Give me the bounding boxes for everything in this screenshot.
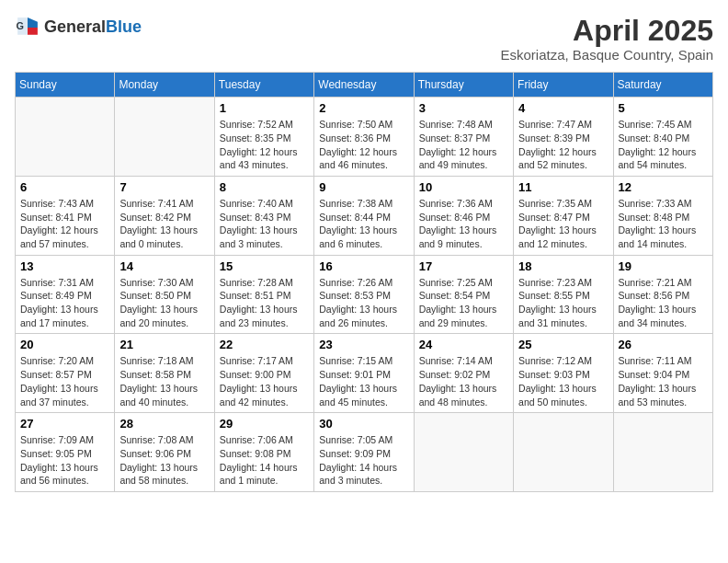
cell-info-text: Sunrise: 7:08 AM Sunset: 9:06 PM Dayligh… (119, 433, 209, 488)
cell-info-text: Sunrise: 7:18 AM Sunset: 8:58 PM Dayligh… (119, 354, 209, 408)
cell-info-text: Sunrise: 7:25 AM Sunset: 8:54 PM Dayligh… (419, 276, 508, 330)
calendar-cell: 16Sunrise: 7:26 AM Sunset: 8:53 PM Dayli… (314, 255, 414, 334)
calendar-cell: 25Sunrise: 7:12 AM Sunset: 9:03 PM Dayli… (514, 334, 613, 413)
cell-info-text: Sunrise: 7:35 AM Sunset: 8:47 PM Dayligh… (518, 197, 608, 251)
cell-info-text: Sunrise: 7:09 AM Sunset: 9:05 PM Dayligh… (20, 433, 109, 488)
svg-marker-3 (17, 17, 28, 35)
cell-day-number: 22 (220, 338, 309, 351)
calendar-cell: 7Sunrise: 7:41 AM Sunset: 8:42 PM Daylig… (115, 176, 214, 255)
cell-day-number: 12 (619, 180, 708, 194)
calendar-cell: 22Sunrise: 7:17 AM Sunset: 9:00 PM Dayli… (214, 334, 313, 413)
calendar-cell: 19Sunrise: 7:21 AM Sunset: 8:56 PM Dayli… (613, 255, 712, 334)
calendar-cell: 30Sunrise: 7:05 AM Sunset: 9:09 PM Dayli… (314, 413, 414, 492)
cell-day-number: 11 (518, 180, 608, 194)
cell-info-text: Sunrise: 7:41 AM Sunset: 8:42 PM Dayligh… (119, 197, 209, 251)
cell-day-number: 28 (119, 417, 209, 431)
cell-day-number: 25 (518, 338, 608, 351)
cell-info-text: Sunrise: 7:47 AM Sunset: 8:39 PM Dayligh… (518, 118, 608, 172)
cell-day-number: 8 (220, 180, 309, 194)
cell-info-text: Sunrise: 7:20 AM Sunset: 8:57 PM Dayligh… (20, 354, 109, 408)
weekday-header-row: SundayMondayTuesdayWednesdayThursdayFrid… (16, 73, 713, 98)
cell-info-text: Sunrise: 7:17 AM Sunset: 9:00 PM Dayligh… (220, 354, 309, 408)
cell-day-number: 17 (419, 259, 508, 273)
logo: G GeneralBlue (15, 15, 142, 40)
cell-day-number: 6 (20, 180, 109, 194)
cell-info-text: Sunrise: 7:45 AM Sunset: 8:40 PM Dayligh… (619, 118, 708, 172)
cell-day-number: 27 (20, 417, 109, 431)
weekday-header-thursday: Thursday (414, 73, 513, 98)
cell-info-text: Sunrise: 7:48 AM Sunset: 8:37 PM Dayligh… (419, 118, 508, 172)
calendar-cell: 2Sunrise: 7:50 AM Sunset: 8:36 PM Daylig… (314, 98, 414, 177)
cell-info-text: Sunrise: 7:36 AM Sunset: 8:46 PM Dayligh… (419, 197, 508, 251)
cell-info-text: Sunrise: 7:40 AM Sunset: 8:43 PM Dayligh… (220, 197, 309, 251)
calendar-cell: 12Sunrise: 7:33 AM Sunset: 8:48 PM Dayli… (613, 176, 712, 255)
title-area: April 2025 Eskoriatza, Basque Country, S… (500, 15, 713, 63)
week-row-5: 27Sunrise: 7:09 AM Sunset: 9:05 PM Dayli… (16, 413, 713, 492)
calendar-cell: 27Sunrise: 7:09 AM Sunset: 9:05 PM Dayli… (16, 413, 115, 492)
weekday-header-saturday: Saturday (613, 73, 712, 98)
calendar-cell (16, 98, 115, 177)
cell-day-number: 19 (619, 259, 708, 273)
cell-info-text: Sunrise: 7:28 AM Sunset: 8:51 PM Dayligh… (220, 276, 309, 330)
cell-info-text: Sunrise: 7:21 AM Sunset: 8:56 PM Dayligh… (619, 276, 708, 330)
calendar-cell: 29Sunrise: 7:06 AM Sunset: 9:08 PM Dayli… (214, 413, 313, 492)
week-row-1: 1Sunrise: 7:52 AM Sunset: 8:35 PM Daylig… (16, 98, 713, 177)
svg-marker-2 (28, 28, 38, 35)
cell-day-number: 24 (419, 338, 508, 351)
month-title: April 2025 (500, 15, 713, 47)
calendar-cell: 23Sunrise: 7:15 AM Sunset: 9:01 PM Dayli… (314, 334, 414, 413)
cell-info-text: Sunrise: 7:06 AM Sunset: 9:08 PM Dayligh… (220, 433, 309, 488)
calendar-cell: 13Sunrise: 7:31 AM Sunset: 8:49 PM Dayli… (16, 255, 115, 334)
cell-day-number: 1 (220, 101, 309, 115)
logo-icon: G (15, 15, 40, 40)
calendar-cell: 21Sunrise: 7:18 AM Sunset: 8:58 PM Dayli… (115, 334, 214, 413)
calendar-cell (414, 413, 513, 492)
location-subtitle: Eskoriatza, Basque Country, Spain (500, 47, 713, 63)
calendar-cell: 26Sunrise: 7:11 AM Sunset: 9:04 PM Dayli… (613, 334, 712, 413)
cell-day-number: 29 (220, 417, 309, 431)
calendar-cell (514, 413, 613, 492)
calendar-cell (115, 98, 214, 177)
cell-day-number: 18 (518, 259, 608, 273)
calendar-cell: 14Sunrise: 7:30 AM Sunset: 8:50 PM Dayli… (115, 255, 214, 334)
weekday-header-monday: Monday (115, 73, 214, 98)
calendar-cell: 17Sunrise: 7:25 AM Sunset: 8:54 PM Dayli… (414, 255, 513, 334)
cell-day-number: 5 (619, 101, 708, 115)
week-row-4: 20Sunrise: 7:20 AM Sunset: 8:57 PM Dayli… (16, 334, 713, 413)
cell-info-text: Sunrise: 7:43 AM Sunset: 8:41 PM Dayligh… (20, 197, 109, 251)
svg-marker-1 (28, 17, 38, 28)
calendar-cell: 18Sunrise: 7:23 AM Sunset: 8:55 PM Dayli… (514, 255, 613, 334)
cell-info-text: Sunrise: 7:15 AM Sunset: 9:01 PM Dayligh… (319, 354, 408, 408)
cell-day-number: 9 (319, 180, 408, 194)
cell-info-text: Sunrise: 7:52 AM Sunset: 8:35 PM Dayligh… (220, 118, 309, 172)
cell-info-text: Sunrise: 7:38 AM Sunset: 8:44 PM Dayligh… (319, 197, 408, 251)
week-row-3: 13Sunrise: 7:31 AM Sunset: 8:49 PM Dayli… (16, 255, 713, 334)
cell-day-number: 2 (319, 101, 408, 115)
calendar-cell: 10Sunrise: 7:36 AM Sunset: 8:46 PM Dayli… (414, 176, 513, 255)
cell-info-text: Sunrise: 7:31 AM Sunset: 8:49 PM Dayligh… (20, 276, 109, 330)
calendar-cell: 24Sunrise: 7:14 AM Sunset: 9:02 PM Dayli… (414, 334, 513, 413)
cell-day-number: 16 (319, 259, 408, 273)
cell-info-text: Sunrise: 7:50 AM Sunset: 8:36 PM Dayligh… (319, 118, 408, 172)
calendar-cell: 28Sunrise: 7:08 AM Sunset: 9:06 PM Dayli… (115, 413, 214, 492)
calendar-cell: 6Sunrise: 7:43 AM Sunset: 8:41 PM Daylig… (16, 176, 115, 255)
calendar-cell: 8Sunrise: 7:40 AM Sunset: 8:43 PM Daylig… (214, 176, 313, 255)
cell-day-number: 26 (619, 338, 708, 351)
cell-info-text: Sunrise: 7:30 AM Sunset: 8:50 PM Dayligh… (119, 276, 209, 330)
logo-text-block: GeneralBlue (44, 18, 142, 37)
calendar-cell: 3Sunrise: 7:48 AM Sunset: 8:37 PM Daylig… (414, 98, 513, 177)
cell-day-number: 15 (220, 259, 309, 273)
cell-day-number: 10 (419, 180, 508, 194)
weekday-header-sunday: Sunday (16, 73, 115, 98)
cell-info-text: Sunrise: 7:14 AM Sunset: 9:02 PM Dayligh… (419, 354, 508, 408)
cell-day-number: 3 (419, 101, 508, 115)
cell-day-number: 14 (119, 259, 209, 273)
calendar-cell: 1Sunrise: 7:52 AM Sunset: 8:35 PM Daylig… (214, 98, 313, 177)
cell-day-number: 21 (119, 338, 209, 351)
page-header: G GeneralBlue April 2025 Eskoriatza, Bas… (15, 15, 713, 63)
calendar-cell: 4Sunrise: 7:47 AM Sunset: 8:39 PM Daylig… (514, 98, 613, 177)
cell-info-text: Sunrise: 7:11 AM Sunset: 9:04 PM Dayligh… (619, 354, 708, 408)
calendar-cell: 5Sunrise: 7:45 AM Sunset: 8:40 PM Daylig… (613, 98, 712, 177)
calendar-cell: 9Sunrise: 7:38 AM Sunset: 8:44 PM Daylig… (314, 176, 414, 255)
cell-info-text: Sunrise: 7:33 AM Sunset: 8:48 PM Dayligh… (619, 197, 708, 251)
